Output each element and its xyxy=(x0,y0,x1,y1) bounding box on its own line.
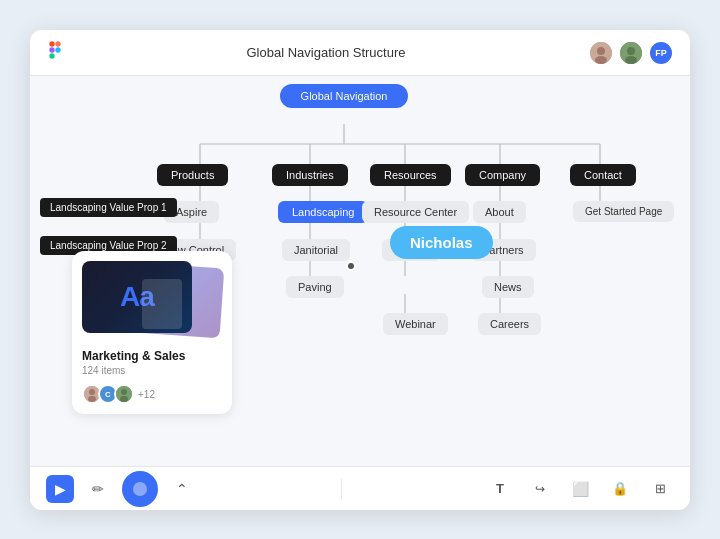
frame-tool[interactable]: ⬜ xyxy=(566,475,594,503)
nicholas-tooltip: Nicholas xyxy=(390,226,493,259)
play-tool[interactable]: ▶ xyxy=(46,475,74,503)
main-window: Global Navigation Structure FP xyxy=(30,30,690,510)
marketing-sales-card[interactable]: Aa Marketing & Sales 124 items C +12 xyxy=(72,251,232,414)
text-tool[interactable]: T xyxy=(486,475,514,503)
card-image-front: Aa xyxy=(82,261,192,333)
svg-point-9 xyxy=(627,47,635,55)
toolbar-right: T ↪ ⬜ 🔒 ⊞ xyxy=(486,475,674,503)
svg-point-10 xyxy=(625,56,637,64)
canvas[interactable]: Global Navigation Products Industries Re… xyxy=(30,76,690,466)
card-image-overlay xyxy=(142,279,182,329)
node-global-navigation[interactable]: Global Navigation xyxy=(280,84,408,108)
node-paving[interactable]: Paving xyxy=(286,276,344,298)
figma-icon xyxy=(46,41,64,64)
header: Global Navigation Structure FP xyxy=(30,30,690,76)
grid-tool[interactable]: ⊞ xyxy=(646,475,674,503)
side-label-1: Landscaping Value Prop 1 xyxy=(40,198,177,217)
arrow-up-tool[interactable]: ⌃ xyxy=(168,475,196,503)
svg-rect-3 xyxy=(55,41,60,46)
node-about[interactable]: About xyxy=(473,201,526,223)
pen-tool[interactable]: ✏ xyxy=(84,475,112,503)
cursor xyxy=(346,261,356,271)
node-contact[interactable]: Contact xyxy=(570,164,636,186)
node-industries[interactable]: Industries xyxy=(272,164,348,186)
svg-point-38 xyxy=(133,482,147,496)
shape-tool[interactable] xyxy=(122,471,158,507)
connector-tool[interactable]: ↪ xyxy=(526,475,554,503)
svg-point-36 xyxy=(121,389,127,395)
card-images: Aa xyxy=(82,261,222,341)
node-webinar[interactable]: Webinar xyxy=(383,313,448,335)
node-careers[interactable]: Careers xyxy=(478,313,541,335)
card-avatar-count: +12 xyxy=(138,389,155,400)
toolbar-left: ▶ ✏ ⌃ xyxy=(46,471,196,507)
node-resources[interactable]: Resources xyxy=(370,164,451,186)
node-company[interactable]: Company xyxy=(465,164,540,186)
node-get-started[interactable]: Get Started Page xyxy=(573,201,674,222)
node-resource-center[interactable]: Resource Center xyxy=(362,201,469,223)
svg-point-6 xyxy=(597,47,605,55)
avatar-user1 xyxy=(588,40,614,66)
avatar-fp: FP xyxy=(648,40,674,66)
svg-rect-0 xyxy=(49,41,54,46)
toolbar: ▶ ✏ ⌃ T ↪ ⬜ 🔒 ⊞ xyxy=(30,466,690,510)
card-title: Marketing & Sales xyxy=(82,349,222,363)
node-products[interactable]: Products xyxy=(157,164,228,186)
avatar-group: FP xyxy=(588,40,674,66)
svg-point-4 xyxy=(55,47,60,52)
svg-point-7 xyxy=(595,56,607,64)
lock-tool[interactable]: 🔒 xyxy=(606,475,634,503)
svg-point-37 xyxy=(120,396,128,402)
avatar-user2 xyxy=(618,40,644,66)
node-news[interactable]: News xyxy=(482,276,534,298)
svg-point-34 xyxy=(88,396,96,402)
svg-rect-1 xyxy=(49,47,54,52)
card-subtitle: 124 items xyxy=(82,365,222,376)
nicholas-label: Nicholas xyxy=(410,234,473,251)
svg-point-33 xyxy=(89,389,95,395)
page-title: Global Navigation Structure xyxy=(247,45,406,60)
card-avatar-3 xyxy=(114,384,134,404)
svg-rect-2 xyxy=(49,53,54,58)
node-janitorial[interactable]: Janitorial xyxy=(282,239,350,261)
toolbar-divider xyxy=(341,479,342,499)
node-landscaping[interactable]: Landscaping xyxy=(278,201,368,223)
card-avatar-group: C +12 xyxy=(82,384,222,404)
